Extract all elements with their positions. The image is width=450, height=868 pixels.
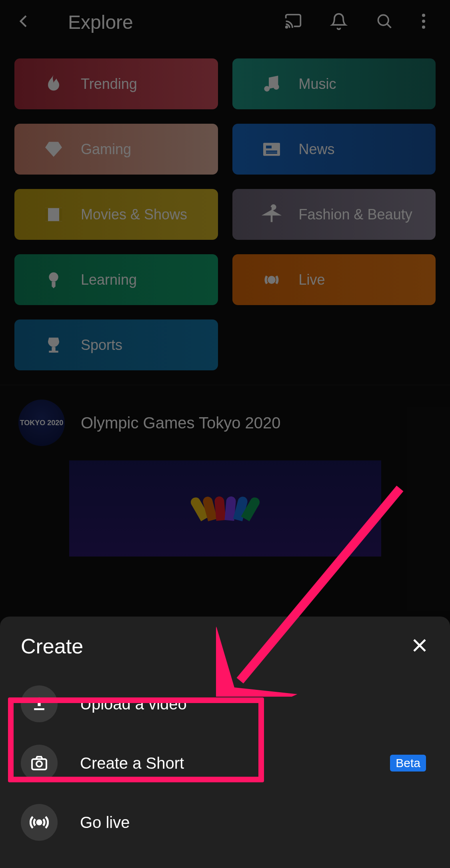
notifications-icon[interactable] [330,12,348,32]
avatar-text: TOKYO 2020 [20,419,64,427]
category-card-music[interactable]: Music [232,58,436,109]
camera-icon [21,745,58,782]
svg-rect-9 [266,145,272,148]
svg-point-3 [422,14,425,17]
svg-rect-8 [263,143,280,156]
svg-rect-13 [45,208,48,221]
svg-rect-20 [34,708,44,710]
beta-badge: Beta [390,755,426,772]
svg-point-4 [422,20,425,23]
close-button[interactable] [410,636,429,657]
category-card-trending[interactable]: Trending [14,58,218,109]
nbc-logo-icon [194,496,256,520]
svg-point-7 [273,84,279,90]
svg-point-22 [36,761,42,767]
live-icon [21,804,58,841]
svg-point-5 [422,26,425,29]
category-grid: Trending Music Gaming News Movies & Show… [0,44,450,385]
category-card-movies[interactable]: Movies & Shows [14,189,218,240]
sheet-item-go-live[interactable]: Go live [0,793,450,852]
svg-line-2 [387,24,391,28]
svg-point-1 [378,15,388,25]
category-card-news[interactable]: News [232,124,436,175]
topbar: Explore [0,0,450,44]
category-label: Fashion & Beauty [299,206,412,223]
category-label: Live [299,271,325,288]
category-label: News [299,141,335,158]
back-button[interactable] [16,13,32,31]
page-title: Explore [68,11,268,33]
svg-point-16 [49,272,58,281]
video-thumbnail[interactable] [69,460,381,557]
more-icon[interactable] [421,12,426,32]
svg-point-23 [37,820,41,824]
sheet-item-upload-video[interactable]: Upload a video [0,674,450,733]
create-sheet: Create Upload a video Create a Short Bet… [0,617,450,868]
category-label: Learning [81,271,137,288]
category-card-learning[interactable]: Learning [14,254,218,305]
channel-name: Olympic Games Tokyo 2020 [81,414,280,432]
search-icon[interactable] [376,12,393,32]
category-card-fashion[interactable]: Fashion & Beauty [232,189,436,240]
svg-point-6 [264,86,270,91]
category-label: Music [299,76,336,92]
sheet-item-label: Create a Short [80,754,184,772]
category-label: Movies & Shows [81,206,187,223]
sheet-header: Create [0,634,450,674]
category-card-gaming[interactable]: Gaming [14,124,218,175]
svg-point-0 [286,26,288,28]
category-label: Gaming [81,141,131,158]
category-label: Trending [81,76,137,92]
sheet-item-label: Upload a video [80,695,187,713]
upload-icon [21,685,58,722]
category-label: Sports [81,337,122,354]
sheet-item-label: Go live [80,814,130,832]
channel-avatar: TOKYO 2020 [18,400,65,446]
channel-row[interactable]: TOKYO 2020 Olympic Games Tokyo 2020 [0,385,450,460]
category-card-sports[interactable]: Sports [14,319,218,370]
category-card-live[interactable]: Live [232,254,436,305]
svg-rect-14 [59,208,62,221]
topbar-actions [284,12,426,32]
svg-point-17 [269,277,274,283]
sheet-title: Create [21,634,83,658]
cast-icon[interactable] [284,12,302,32]
sheet-item-create-short[interactable]: Create a Short Beta [0,733,450,793]
